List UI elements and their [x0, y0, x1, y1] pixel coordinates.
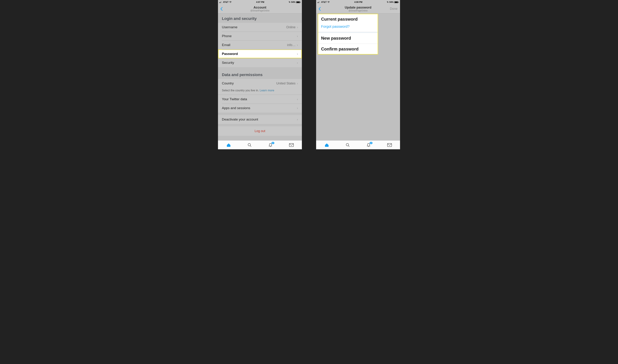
svg-rect-6 [297, 1, 300, 3]
row-label: Username [222, 25, 237, 29]
row-label: Phone [222, 34, 232, 38]
row-value: Online [286, 26, 297, 29]
svg-rect-21 [387, 143, 392, 147]
row-value: United States [276, 82, 297, 85]
row-value: info… [287, 43, 297, 47]
signal-icon [219, 1, 222, 3]
notifications-tab-icon[interactable]: 2 [268, 143, 273, 147]
chevron-right-icon: › [297, 34, 298, 38]
row-country[interactable]: Country United States › [218, 79, 302, 88]
chevron-right-icon: › [297, 52, 298, 56]
country-note: Select the country you live in. Learn mo… [218, 88, 302, 95]
svg-rect-10 [289, 143, 293, 147]
row-phone[interactable]: Phone › [218, 32, 302, 40]
nav-bar: Update password @SmartPageOnline Done [316, 4, 400, 13]
tab-bar: 2 [218, 140, 302, 149]
sync-icon: ↻ [289, 1, 290, 3]
status-bar: AT&T 4:08 PM ↻ 94% [316, 0, 400, 4]
section-data-permissions: Data and permissions [218, 70, 302, 79]
row-label: Email [222, 43, 230, 47]
row-label: Security [222, 61, 234, 65]
nav-subtitle: @SmartPageOnline [316, 9, 400, 12]
svg-rect-18 [398, 2, 399, 3]
row-label: Your Twitter data [222, 97, 247, 101]
password-fields-card: Current password Forgot password? New pa… [318, 14, 378, 54]
chevron-right-icon: › [297, 97, 298, 101]
carrier-label: AT&T [321, 1, 327, 3]
svg-rect-11 [317, 2, 318, 3]
notification-badge: 2 [272, 142, 274, 144]
learn-more-link[interactable]: Learn more [260, 89, 274, 92]
svg-rect-7 [300, 2, 301, 3]
clock-label: 4:08 PM [354, 1, 362, 3]
phone-update-password: AT&T 4:08 PM ↻ 94% Update password @Smar… [316, 0, 400, 149]
svg-point-4 [230, 2, 231, 3]
nav-subtitle: @SmartPageOnline [218, 9, 302, 12]
battery-percent: 94% [291, 1, 295, 3]
svg-point-8 [248, 143, 250, 146]
forgot-password-link[interactable]: Forgot password? [318, 25, 378, 32]
row-password[interactable]: Password › [218, 49, 302, 58]
settings-scroll[interactable]: Login and security Username Online › Pho… [218, 13, 302, 140]
svg-rect-13 [319, 2, 319, 3]
clock-label: 4:07 PM [256, 1, 264, 3]
confirm-password-field[interactable]: Confirm password [318, 44, 378, 54]
phone-account-settings: AT&T 4:07 PM ↻ 94% Account @SmartPageOnl… [218, 0, 302, 149]
nav-bar: Account @SmartPageOnline [218, 4, 302, 13]
row-label: Password [222, 52, 238, 56]
tab-bar: 2 [316, 140, 400, 149]
nav-title: Update password [316, 6, 400, 9]
svg-line-20 [348, 145, 349, 147]
svg-rect-2 [221, 2, 221, 3]
svg-rect-17 [395, 1, 398, 3]
sync-icon: ↻ [387, 1, 389, 3]
notification-badge: 2 [370, 142, 372, 144]
svg-rect-12 [318, 2, 318, 3]
battery-percent: 94% [389, 1, 394, 3]
row-label: Deactivate your account [222, 117, 258, 121]
row-label: Apps and sessions [222, 106, 250, 110]
search-tab-icon[interactable] [248, 143, 252, 147]
wifi-icon [327, 1, 330, 3]
row-email[interactable]: Email info… › [218, 40, 302, 49]
svg-rect-0 [219, 2, 220, 3]
back-button[interactable] [218, 7, 225, 11]
logout-button[interactable]: Log out [218, 126, 302, 136]
row-apps-sessions[interactable]: Apps and sessions › [218, 104, 302, 113]
new-password-field[interactable]: New password [318, 33, 378, 44]
svg-point-15 [328, 2, 329, 3]
update-password-body: Current password Forgot password? New pa… [316, 13, 400, 140]
row-security[interactable]: Security › [218, 58, 302, 67]
chevron-right-icon: › [297, 118, 298, 121]
done-button[interactable]: Done [390, 7, 400, 11]
messages-tab-icon[interactable] [387, 143, 392, 147]
svg-line-9 [250, 145, 251, 147]
svg-rect-1 [220, 2, 220, 3]
svg-point-19 [346, 143, 349, 146]
chevron-right-icon: › [297, 61, 298, 65]
chevron-right-icon: › [297, 106, 298, 110]
chevron-right-icon: › [297, 43, 298, 47]
row-username[interactable]: Username Online › [218, 23, 302, 32]
home-tab-icon[interactable] [325, 143, 329, 147]
nav-title: Account [218, 6, 302, 9]
status-bar: AT&T 4:07 PM ↻ 94% [218, 0, 302, 4]
current-password-field[interactable]: Current password [318, 14, 378, 25]
signal-icon [317, 1, 320, 3]
svg-rect-3 [221, 1, 221, 3]
back-button[interactable] [316, 7, 323, 11]
battery-icon [296, 1, 301, 3]
row-twitter-data[interactable]: Your Twitter data › [218, 95, 302, 104]
messages-tab-icon[interactable] [289, 143, 294, 147]
chevron-right-icon: › [297, 82, 298, 85]
search-tab-icon[interactable] [346, 143, 350, 147]
row-label: Country [222, 81, 234, 85]
battery-icon [394, 1, 399, 3]
svg-rect-14 [319, 1, 319, 3]
section-login-security: Login and security [218, 13, 302, 23]
notifications-tab-icon[interactable]: 2 [367, 143, 371, 147]
carrier-label: AT&T [223, 1, 228, 3]
home-tab-icon[interactable] [226, 143, 231, 147]
row-deactivate[interactable]: Deactivate your account › [218, 115, 302, 124]
chevron-right-icon: › [297, 26, 298, 29]
